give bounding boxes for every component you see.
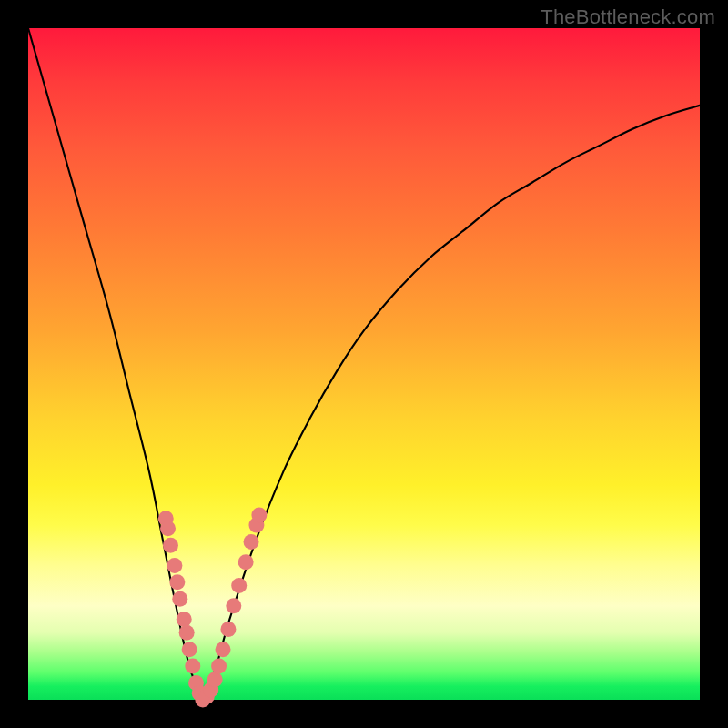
data-marker (238, 554, 254, 570)
data-marker (167, 558, 182, 573)
data-marker (220, 622, 236, 637)
curve-layer (28, 28, 700, 700)
plot-area (28, 28, 700, 700)
data-marker (251, 508, 267, 523)
data-marker (211, 659, 227, 674)
chart-frame: TheBottleneck.com (0, 0, 728, 728)
data-marker (185, 659, 200, 674)
data-marker (172, 592, 187, 607)
data-marker (160, 521, 176, 536)
data-marker (177, 612, 192, 627)
curve-right-branch (203, 106, 700, 700)
data-marker (226, 598, 241, 613)
data-marker (163, 538, 178, 553)
data-marker (182, 642, 197, 657)
data-marker (179, 625, 195, 641)
watermark-text: TheBottleneck.com (541, 5, 715, 29)
data-marker (231, 578, 247, 593)
data-marker (169, 574, 185, 590)
data-marker (207, 672, 223, 687)
data-marker (216, 642, 231, 657)
data-marker (244, 534, 259, 550)
